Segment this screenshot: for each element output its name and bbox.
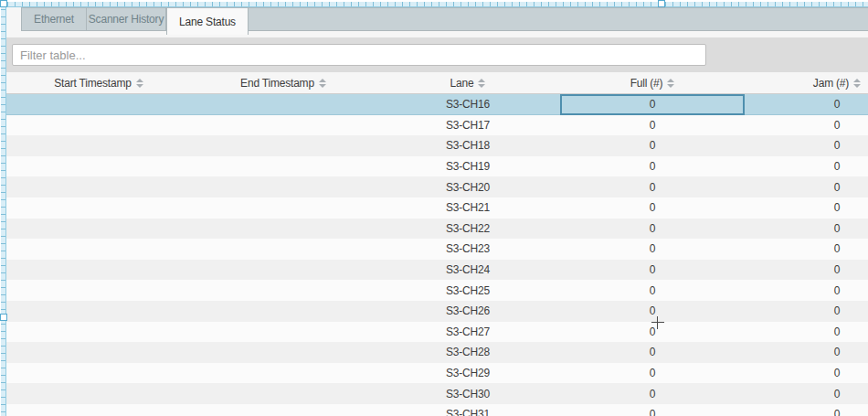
cell-end-timestamp: [191, 363, 376, 384]
column-header-jam[interactable]: Jam (#): [745, 72, 868, 93]
cell-lane: S3-CH31: [376, 404, 560, 416]
screenshot-stage: Ethernet Scanner History Lane Status Sta…: [0, 0, 868, 416]
table-row[interactable]: S3-CH30 0 0: [6, 383, 868, 404]
table-row[interactable]: S3-CH23 0 0: [6, 239, 868, 260]
selection-handle-top-left[interactable]: [0, 0, 7, 7]
cell-lane: S3-CH18: [376, 135, 560, 156]
sort-arrows-icon: [319, 79, 326, 88]
cell-start-timestamp: [6, 342, 191, 363]
cell-jam-count: 0: [745, 176, 868, 197]
cell-jam-count: 0: [745, 322, 868, 343]
cell-start-timestamp: [6, 135, 191, 156]
cell-full-count[interactable]: 0: [560, 176, 745, 197]
cell-lane: S3-CH17: [376, 115, 560, 136]
table-row[interactable]: S3-CH19 0 0: [6, 156, 868, 177]
tabbar-spacer: [6, 31, 868, 37]
cell-jam-count: 0: [745, 239, 868, 260]
cell-start-timestamp: [6, 115, 191, 136]
cell-end-timestamp: [191, 239, 376, 260]
cell-start-timestamp: [6, 197, 191, 219]
cell-end-timestamp: [191, 135, 376, 156]
cell-full-count[interactable]: 0: [560, 239, 745, 260]
cell-lane: S3-CH24: [376, 260, 560, 281]
cell-jam-count: 0: [745, 156, 868, 177]
cell-full-count[interactable]: 0: [560, 363, 745, 384]
cell-start-timestamp: [6, 280, 191, 301]
table-row[interactable]: S3-CH31 0 0: [6, 404, 868, 416]
table-row[interactable]: S3-CH24 0 0: [6, 260, 868, 281]
table-row[interactable]: S3-CH20 0 0: [6, 176, 868, 197]
cell-lane: S3-CH30: [376, 383, 560, 404]
column-header-full[interactable]: Full (#): [560, 72, 745, 93]
cell-jam-count: 0: [745, 197, 868, 219]
table-row[interactable]: S3-CH17 0 0: [6, 115, 868, 136]
cell-jam-count: 0: [745, 383, 868, 404]
column-header-end-timestamp[interactable]: End Timestamp: [191, 72, 376, 93]
table-row[interactable]: S3-CH27 0 0: [6, 322, 868, 343]
table-row[interactable]: S3-CH18 0 0: [6, 135, 868, 156]
table-body: S3-CH16 0 0 S3-CH17 0 0 S3-CH18 0 0 S3-C…: [6, 94, 868, 416]
column-header-lane[interactable]: Lane: [376, 72, 560, 93]
cell-start-timestamp: [6, 383, 191, 404]
cell-lane: S3-CH26: [376, 301, 560, 322]
cell-jam-count: 0: [745, 342, 868, 363]
cell-end-timestamp: [191, 322, 376, 343]
tab-ethernet[interactable]: Ethernet: [21, 7, 86, 31]
column-header-start-timestamp[interactable]: Start Timestamp: [6, 72, 191, 93]
cell-full-count[interactable]: 0: [560, 219, 745, 240]
cell-lane: S3-CH23: [376, 239, 560, 260]
cell-full-count[interactable]: 0: [560, 135, 745, 156]
cell-full-count[interactable]: 0: [560, 94, 745, 115]
lane-status-panel: Ethernet Scanner History Lane Status Sta…: [6, 7, 868, 416]
cell-start-timestamp: [6, 301, 191, 322]
cell-jam-count: 0: [745, 94, 868, 115]
selection-handle-top-middle[interactable]: [658, 0, 665, 7]
selection-ruler-left: [1, 2, 6, 416]
column-header-label: Full (#): [630, 77, 663, 90]
tab-scanner-history[interactable]: Scanner History: [86, 7, 166, 31]
cell-full-count[interactable]: 0: [560, 342, 745, 363]
filter-table-input[interactable]: [12, 44, 706, 66]
cell-full-count[interactable]: 0: [560, 280, 745, 301]
cell-end-timestamp: [191, 342, 376, 363]
table-row[interactable]: S3-CH29 0 0: [6, 363, 868, 384]
column-header-label: Jam (#): [813, 77, 849, 90]
cell-full-count[interactable]: 0: [560, 301, 745, 322]
cell-lane: S3-CH25: [376, 280, 560, 301]
cell-lane: S3-CH28: [376, 342, 560, 363]
cell-lane: S3-CH29: [376, 363, 560, 384]
table-row[interactable]: S3-CH25 0 0: [6, 280, 868, 301]
cell-start-timestamp: [6, 239, 191, 260]
cell-full-count[interactable]: 0: [560, 197, 745, 219]
sort-arrows-icon: [136, 79, 143, 88]
cell-full-count[interactable]: 0: [560, 260, 745, 281]
cell-jam-count: 0: [745, 260, 868, 281]
cell-full-count[interactable]: 0: [560, 115, 745, 136]
table-row[interactable]: S3-CH22 0 0: [6, 219, 868, 240]
cell-jam-count: 0: [745, 301, 868, 322]
tab-lane-status[interactable]: Lane Status: [166, 7, 249, 35]
cell-lane: S3-CH21: [376, 197, 560, 219]
table-row[interactable]: S3-CH21 0 0: [6, 197, 868, 219]
cell-end-timestamp: [191, 115, 376, 136]
cell-full-count[interactable]: 0: [560, 404, 745, 416]
cell-full-count[interactable]: 0: [560, 322, 745, 343]
cell-end-timestamp: [191, 94, 376, 115]
cell-full-count[interactable]: 0: [560, 156, 745, 177]
selection-handle-left-middle[interactable]: [0, 314, 7, 321]
column-header-label: Start Timestamp: [54, 77, 131, 90]
cell-start-timestamp: [6, 94, 191, 115]
cell-jam-count: 0: [745, 363, 868, 384]
cell-lane: S3-CH20: [376, 176, 560, 197]
cell-end-timestamp: [191, 176, 376, 197]
table-row[interactable]: S3-CH28 0 0: [6, 342, 868, 363]
cell-end-timestamp: [191, 156, 376, 177]
cell-lane: S3-CH19: [376, 156, 560, 177]
table-row[interactable]: S3-CH16 0 0: [6, 94, 868, 115]
tab-bar: Ethernet Scanner History Lane Status: [6, 7, 868, 31]
cell-start-timestamp: [6, 156, 191, 177]
table-row[interactable]: S3-CH26 0 0: [6, 301, 868, 322]
cell-jam-count: 0: [745, 404, 868, 416]
cell-full-count[interactable]: 0: [560, 383, 745, 404]
cell-end-timestamp: [191, 383, 376, 404]
